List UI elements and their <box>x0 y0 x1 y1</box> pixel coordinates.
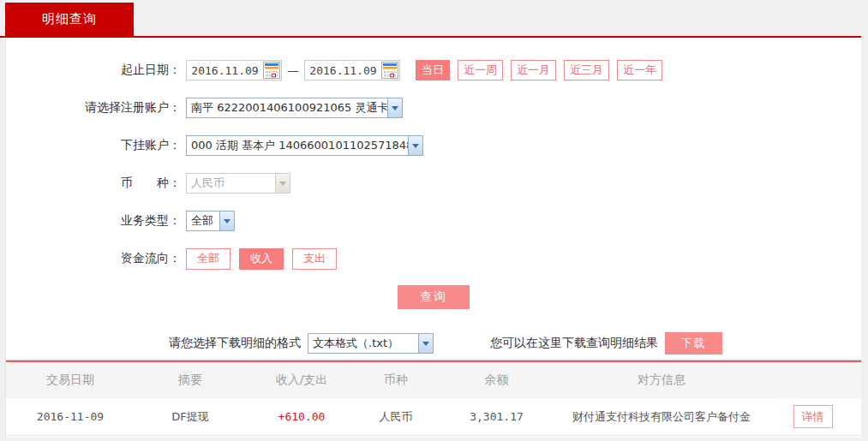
tab-detail-query[interactable]: 明细查询 <box>5 3 134 36</box>
header-currency: 币种 <box>357 372 434 388</box>
sub-account-label: 下挂账户： <box>6 138 181 153</box>
date-range-label: 起止日期： <box>6 63 181 78</box>
result-table-wrap: 交易日期 摘要 收入/支出 币种 余额 对方信息 2016-11-09 DF提现… <box>6 360 861 436</box>
chevron-down-icon <box>219 212 234 230</box>
quick-range-today-button[interactable]: 当日 <box>416 60 450 80</box>
fund-flow-income-button[interactable]: 收入 <box>239 248 284 270</box>
header-balance: 余额 <box>434 372 559 388</box>
business-type-select[interactable]: 全部 <box>186 211 235 231</box>
query-button-row: 查询 <box>6 285 861 309</box>
query-form-panel: 起止日期： 2016.11.09 — 2016.11.09 <box>5 38 861 438</box>
currency-value: 人民币 <box>187 176 275 191</box>
fund-flow-expense-button[interactable]: 支出 <box>292 248 337 270</box>
business-type-row: 业务类型： 全部 <box>6 210 861 232</box>
detail-button[interactable]: 详情 <box>793 405 833 428</box>
download-format-select[interactable]: 文本格式（.txt） <box>308 333 434 354</box>
download-format-label: 请您选择下载明细的格式 <box>169 336 301 351</box>
download-hint: 您可以在这里下载查询明细结果 <box>490 336 658 351</box>
chevron-down-icon <box>408 136 422 155</box>
detail-query-page: 明细查询 起止日期： 2016.11.09 — <box>0 0 861 438</box>
quick-range-month-button[interactable]: 近一月 <box>511 60 556 80</box>
chevron-down-icon <box>418 334 433 353</box>
register-account-value: 南平 6222001406100921065 灵通卡 <box>187 100 387 116</box>
cell-balance: 3,301.17 <box>434 410 559 423</box>
cell-summary: DF提现 <box>135 409 246 425</box>
chevron-down-icon <box>275 174 290 193</box>
sub-account-value: 000 活期 基本户 1406600101102571848 <box>187 138 408 153</box>
quick-range-quarter-button[interactable]: 近三月 <box>564 60 609 80</box>
tab-bar: 明细查询 <box>0 0 861 38</box>
fund-flow-row: 资金流向： 全部 收入 支出 <box>6 247 861 270</box>
download-button[interactable]: 下载 <box>665 332 722 355</box>
register-account-label: 请选择注册账户： <box>6 100 181 116</box>
business-type-value: 全部 <box>187 213 219 229</box>
header-trade-date: 交易日期 <box>6 372 135 388</box>
cell-trade-date: 2016-11-09 <box>6 410 135 423</box>
cell-counterparty: 财付通支付科技有限公司客户备付金 <box>559 409 764 425</box>
currency-label: 币 种： <box>6 176 181 191</box>
fund-flow-label: 资金流向： <box>6 251 181 266</box>
header-counterparty: 对方信息 <box>559 372 764 388</box>
table-row: 2016-11-09 DF提现 +610.00 人民币 3,301.17 财付通… <box>6 398 861 436</box>
chevron-down-icon <box>387 98 402 117</box>
end-date-input[interactable]: 2016.11.09 <box>304 60 400 80</box>
result-table: 交易日期 摘要 收入/支出 币种 余额 对方信息 2016-11-09 DF提现… <box>6 361 861 436</box>
fund-flow-all-button[interactable]: 全部 <box>186 248 230 270</box>
sub-account-row: 下挂账户： 000 活期 基本户 1406600101102571848 <box>6 134 861 157</box>
cell-amount: +610.00 <box>246 410 357 423</box>
quick-range-year-button[interactable]: 近一年 <box>617 60 662 80</box>
register-account-select[interactable]: 南平 6222001406100921065 灵通卡 <box>186 98 403 118</box>
cell-currency: 人民币 <box>357 409 434 425</box>
currency-row: 币 种： 人民币 <box>6 172 861 194</box>
date-range-separator: — <box>287 63 299 77</box>
header-summary: 摘要 <box>135 372 246 388</box>
start-date-value: 2016.11.09 <box>187 64 263 77</box>
quick-range-week-button[interactable]: 近一周 <box>458 60 503 80</box>
end-date-value: 2016.11.09 <box>305 64 381 77</box>
currency-select: 人民币 <box>186 173 290 194</box>
date-range-row: 起止日期： 2016.11.09 — 2016.11.09 <box>6 59 861 81</box>
header-income-expense: 收入/支出 <box>246 372 357 388</box>
sub-account-select[interactable]: 000 活期 基本户 1406600101102571848 <box>186 135 423 156</box>
business-type-label: 业务类型： <box>6 213 181 229</box>
start-date-input[interactable]: 2016.11.09 <box>186 60 282 80</box>
table-header-row: 交易日期 摘要 收入/支出 币种 余额 对方信息 <box>6 362 861 398</box>
calendar-icon[interactable] <box>263 62 280 79</box>
query-button[interactable]: 查询 <box>398 285 470 309</box>
register-account-row: 请选择注册账户： 南平 6222001406100921065 灵通卡 <box>6 97 861 119</box>
download-row: 请您选择下载明细的格式 文本格式（.txt） 您可以在这里下载查询明细结果 下载 <box>6 332 861 355</box>
calendar-icon[interactable] <box>381 62 398 79</box>
download-format-value: 文本格式（.txt） <box>308 336 418 351</box>
